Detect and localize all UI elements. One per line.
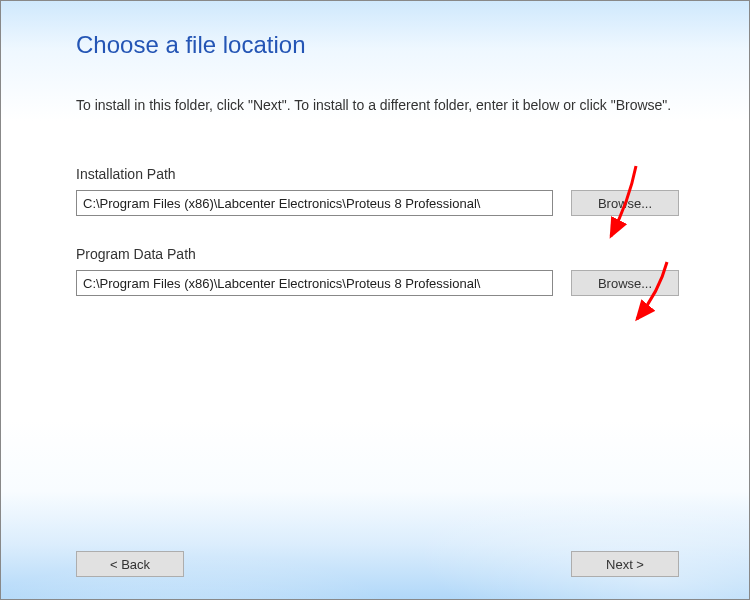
install-path-row: Browse...	[76, 190, 679, 216]
install-path-input[interactable]	[76, 190, 553, 216]
data-path-row: Browse...	[76, 270, 679, 296]
install-path-label: Installation Path	[76, 166, 679, 182]
data-path-input[interactable]	[76, 270, 553, 296]
next-button[interactable]: Next >	[571, 551, 679, 577]
data-browse-button[interactable]: Browse...	[571, 270, 679, 296]
page-title: Choose a file location	[76, 31, 679, 59]
content-area: Choose a file location To install in thi…	[1, 1, 749, 519]
data-path-group: Program Data Path Browse...	[76, 246, 679, 296]
install-browse-button[interactable]: Browse...	[571, 190, 679, 216]
installer-wizard: Choose a file location To install in thi…	[0, 0, 750, 600]
back-button[interactable]: < Back	[76, 551, 184, 577]
wizard-footer: < Back Next >	[1, 529, 749, 599]
data-path-label: Program Data Path	[76, 246, 679, 262]
page-description: To install in this folder, click "Next".…	[76, 95, 679, 116]
install-path-group: Installation Path Browse...	[76, 166, 679, 216]
